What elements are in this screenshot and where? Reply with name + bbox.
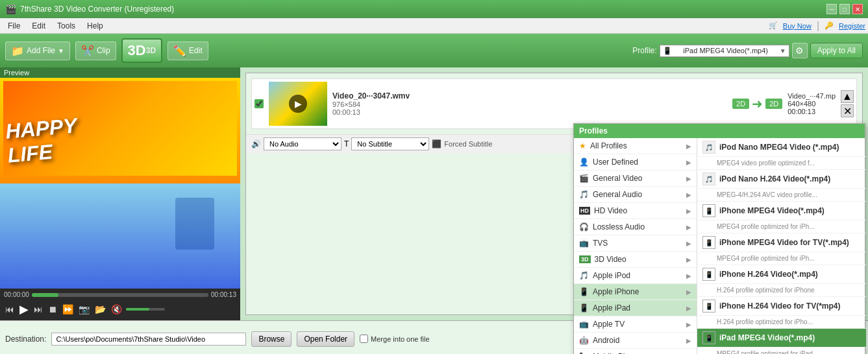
profile-select[interactable]: 📱 iPad MPEG4 Video(*.mp4) ▼	[660, 45, 789, 57]
clip-icon: ✂️	[81, 45, 94, 57]
menu-edit[interactable]: Edit	[27, 20, 51, 32]
open-folder-button[interactable]: Open Folder	[297, 331, 354, 347]
file-checkbox[interactable]	[254, 99, 264, 108]
submenu-iphone-h264-profile[interactable]: H.264 profile optimized for iPhone	[697, 284, 866, 297]
add-file-dropdown-icon[interactable]: ▼	[58, 47, 64, 54]
folder-button[interactable]: 📂	[93, 303, 107, 316]
menu-all-profiles[interactable]: ★ All Profiles ▶	[574, 138, 697, 154]
submenu-mpeg4-avc-profile[interactable]: MPEG-4/H.264 AVC video profile...	[697, 189, 866, 202]
menu-user-defined[interactable]: 👤 User Defined ▶	[574, 154, 697, 171]
register-link[interactable]: Register	[839, 22, 865, 30]
menu-android[interactable]: 🤖 Android ▶	[574, 333, 697, 349]
edit-icon: ✏️	[173, 45, 186, 57]
settings-button[interactable]: ⚙	[792, 43, 808, 58]
audio-icon: 🔊	[251, 139, 261, 148]
submenu-iphone-mpeg4-tv[interactable]: 📱 iPhone MPEG4 Video for TV(*.mp4)	[697, 233, 866, 252]
toolbar: 📁 Add File ▼ ✂️ Clip 3D 3D ✏️ Edit Profi…	[0, 34, 868, 67]
preview-label: Preview	[0, 67, 240, 78]
prev-button[interactable]: ⏮	[4, 303, 16, 316]
forced-subtitle-label: Forced Subtitle	[444, 140, 492, 148]
destination-input[interactable]	[51, 333, 246, 346]
menu-apple-tv[interactable]: 📺 Apple TV ▶	[574, 316, 697, 333]
apply-all-button[interactable]: Apply to All	[810, 43, 863, 58]
submenu-ipod-nano-mpeg4[interactable]: 🎵 iPod Nano MPEG4 Video (*.mp4)	[697, 138, 866, 157]
volume-slider[interactable]	[126, 308, 165, 311]
submenu-iphone-h264[interactable]: 📱 iPhone H.264 Video(*.mp4)	[697, 265, 866, 284]
submenu-ipad-mpeg4-profile[interactable]: MPEG4 profile optimized for iPad	[697, 348, 866, 354]
preview-image: HAPPYLIFE	[0, 78, 240, 289]
menu-help[interactable]: Help	[82, 20, 108, 32]
merge-label: Merge into one file	[360, 335, 430, 343]
file-duration-in: 00:00:13	[332, 108, 727, 116]
clip-button[interactable]: ✂️ Clip	[75, 41, 116, 60]
title-bar: 🎬 7thShare 3D Video Converter (Unregiste…	[0, 0, 868, 18]
progress-bar[interactable]	[32, 293, 208, 297]
submenu-iphone-mpeg4[interactable]: 📱 iPhone MPEG4 Video(*.mp4)	[697, 202, 866, 220]
arrow-icon: ➜	[752, 96, 763, 112]
submenu-mpeg4-profile-1[interactable]: MPEG4 video profile optimized f...	[697, 157, 866, 170]
menu-hd-video[interactable]: HD HD Video ▶	[574, 203, 697, 219]
title-bar-left: 🎬 7thShare 3D Video Converter (Unregiste…	[5, 4, 174, 14]
menu-bar: File Edit Tools Help 🛒 Buy Now | 🔑 Regis…	[0, 18, 868, 34]
close-button[interactable]: ✕	[852, 4, 863, 14]
format-in: 2D	[732, 99, 749, 109]
preview-bg	[0, 78, 240, 289]
happy-life-text: HAPPYLIFE	[5, 113, 80, 167]
submenu-ipad-mpeg4[interactable]: 📱 iPad MPEG4 Video(*.mp4)	[697, 329, 866, 348]
subtitle-select[interactable]: No Subtitle	[351, 137, 429, 150]
ipod-nano-h264-icon: 🎵	[702, 172, 715, 185]
preview-controls: 00:00:00 00:00:13 ⏮ ▶ ⏭ ⏹ ⏩ 📷 📂 🔇	[0, 289, 240, 320]
menu-tvs[interactable]: 📺 TVS ▶	[574, 235, 697, 252]
dropdown-content: ★ All Profiles ▶ 👤 User Defined ▶ 🎬 Gene…	[574, 138, 865, 354]
volume-area: 🔇	[110, 303, 165, 316]
play-button[interactable]: ▶	[18, 301, 30, 318]
apply-all-label: Apply to All	[817, 46, 856, 55]
3d-button[interactable]: 3D 3D	[121, 38, 162, 63]
3d-sub-label: 3D	[146, 46, 156, 55]
scroll-up-button[interactable]: ▲	[841, 90, 854, 103]
file-resolution-in: 976×584	[332, 100, 727, 108]
edit-label: Edit	[189, 46, 203, 55]
play-overlay-button[interactable]: ▶	[289, 95, 307, 113]
iphone-mpeg4-tv-icon: 📱	[702, 236, 715, 249]
add-file-icon: 📁	[11, 45, 24, 57]
menu-apple-iphone[interactable]: 📱 Apple iPhone ▶	[574, 284, 697, 300]
browse-button[interactable]: Browse	[251, 331, 291, 347]
submenu-iphone-h264-tv-profile[interactable]: H.264 profile optimized for iPho...	[697, 316, 866, 329]
submenu-ipod-nano-h264[interactable]: 🎵 iPod Nano H.264 Video(*.mp4)	[697, 170, 866, 189]
screenshot-button[interactable]: 📷	[77, 303, 91, 316]
menu-mobile-phone[interactable]: 📞 Mobile Phone ▶	[574, 349, 697, 354]
merge-checkbox[interactable]	[360, 335, 368, 343]
edit-button[interactable]: ✏️ Edit	[167, 41, 208, 60]
submenu-iphone-mpeg4-profile[interactable]: MPEG4 profile optimized for iPh...	[697, 220, 866, 233]
menu-general-audio[interactable]: 🎵 General Audio ▶	[574, 187, 697, 203]
menu-tools[interactable]: Tools	[52, 20, 81, 32]
app-title: 7thShare 3D Video Converter (Unregistere…	[20, 5, 174, 14]
audio-select[interactable]: No Audio	[264, 137, 341, 150]
clip-label: Clip	[97, 46, 110, 55]
file-duration-out: 00:00:13	[787, 108, 836, 115]
add-file-button[interactable]: 📁 Add File ▼	[5, 41, 70, 60]
menu-general-video[interactable]: 🎬 General Video ▶	[574, 171, 697, 187]
minimize-button[interactable]: ─	[826, 4, 837, 14]
menu-apple-ipad[interactable]: 📱 Apple iPad ▶	[574, 300, 697, 316]
stop-button[interactable]: ⏹	[47, 303, 58, 316]
profile-area: Profile: 📱 iPad MPEG4 Video(*.mp4) ▼ ⚙ A…	[632, 43, 863, 58]
menu-file[interactable]: File	[3, 20, 25, 32]
submenu-iphone-mpeg4-tv-profile[interactable]: MPEG4 profile optimized for iPh...	[697, 252, 866, 265]
menu-lossless-audio[interactable]: 🎧 Lossless Audio ▶	[574, 219, 697, 235]
profile-value: iPad MPEG4 Video(*.mp4)	[683, 47, 768, 54]
menu-apple-ipod[interactable]: 🎵 Apple iPod ▶	[574, 268, 697, 284]
iphone-mpeg4-icon: 📱	[702, 204, 715, 217]
file-item: ▶ Video_20···3047.wmv 976×584 00:00:13 2…	[251, 78, 857, 129]
submenu-iphone-h264-tv[interactable]: 📱 iPhone H.264 Video for TV(*mp4)	[697, 297, 866, 316]
mute-button[interactable]: 🔇	[110, 303, 123, 316]
buy-now-link[interactable]: Buy Now	[783, 22, 812, 30]
maximize-button[interactable]: □	[839, 4, 850, 14]
next-button[interactable]: ⏭	[32, 303, 44, 316]
ipad-mpeg4-icon: 📱	[702, 331, 715, 344]
menu-3d-video[interactable]: 3D 3D Video ▶	[574, 252, 697, 268]
skip-button[interactable]: ⏩	[61, 303, 75, 316]
close-item-button[interactable]: ✕	[841, 104, 854, 117]
forced-subtitle-icon: ⬛	[432, 139, 441, 148]
